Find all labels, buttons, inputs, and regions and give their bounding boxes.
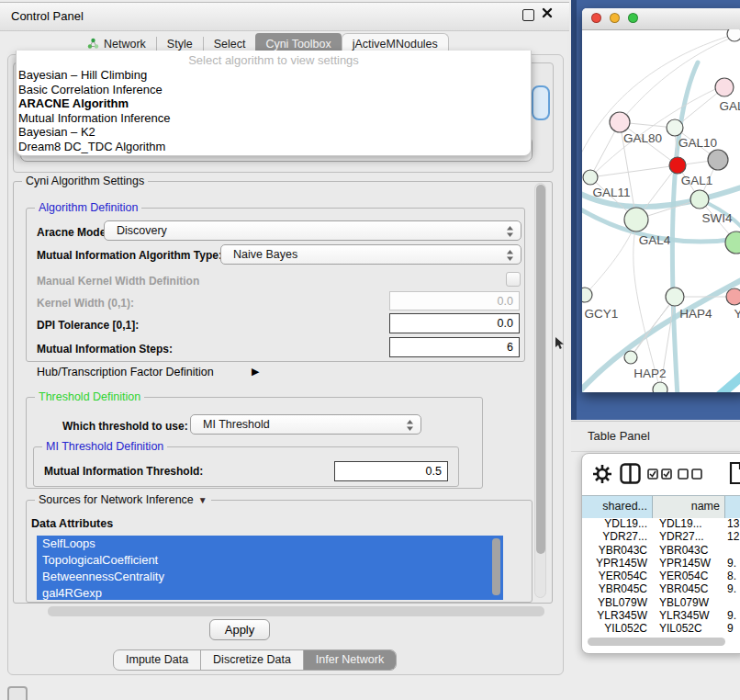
network-icon (87, 38, 99, 50)
node-label: GAL4 (639, 233, 671, 247)
network-window-titlebar[interactable] (582, 8, 740, 30)
table-row[interactable]: YPR145WYPR145W9. (582, 557, 740, 570)
network-node[interactable] (669, 157, 686, 174)
application-root: Control Panel NetworkStyleSelectCyni Too… (0, 0, 740, 700)
mi-algorithm-type-value: Naive Bayes (233, 248, 297, 261)
threshold-definition-title: Threshold Definition (35, 390, 144, 403)
table-cell: YBR043C (582, 544, 653, 557)
aracne-mode-select[interactable]: Discovery (104, 220, 521, 241)
table-panel-title: Table Panel (588, 429, 650, 443)
minimize-traffic-light-icon[interactable] (610, 13, 620, 23)
focused-stepper[interactable] (532, 85, 550, 120)
sources-title-row[interactable]: Sources for Network Inference▼ (35, 493, 211, 506)
table-cell (725, 596, 740, 609)
network-node[interactable] (708, 150, 728, 170)
horizontal-scrollbar-thumb[interactable] (48, 606, 544, 616)
table-cell: 9. (725, 582, 740, 595)
network-node[interactable] (690, 190, 709, 209)
algorithm-option[interactable]: Bayesian – K2 (17, 125, 531, 140)
apply-button[interactable]: Apply (209, 619, 270, 640)
table-cell: YLR345W (582, 609, 653, 622)
tab-label: Style (167, 38, 193, 51)
close-traffic-light-icon[interactable] (591, 13, 601, 23)
which-threshold-select[interactable]: MI Threshold (190, 414, 421, 435)
network-node[interactable] (726, 288, 740, 305)
algorithm-placeholder: Select algorithm to view settings (17, 51, 531, 68)
network-node[interactable] (653, 382, 667, 392)
stepper-icon (406, 419, 414, 432)
table-cell: YBL079W (653, 596, 725, 609)
bottom-tab-impute-data[interactable]: Impute Data (114, 650, 201, 670)
network-window: GALGAL80GAL10GAL1GAL11SWI4GAL4GCY1HAP4YH… (582, 8, 740, 392)
table-row[interactable]: YLR345WYLR345W9. (582, 609, 740, 622)
zoom-traffic-light-icon[interactable] (628, 13, 638, 23)
hub-definition-toggle[interactable]: Hub/Transcription Factor Definition (37, 366, 214, 378)
network-node[interactable] (582, 288, 592, 302)
mi-threshold-input[interactable]: 0.5 (334, 461, 448, 481)
network-node[interactable] (667, 119, 683, 136)
table-hscrollbar-thumb[interactable] (588, 638, 725, 646)
column-header[interactable]: name (653, 496, 725, 518)
kernel-width-label: Kernel Width (0,1): (37, 297, 134, 310)
collapsed-arrow-icon[interactable]: ▶ (252, 366, 259, 378)
network-view[interactable]: GALGAL80GAL10GAL1GAL11SWI4GAL4GCY1HAP4YH… (582, 29, 740, 392)
checked-boxes-icon[interactable] (647, 469, 673, 480)
attribute-item[interactable]: gal4RGexp (37, 585, 503, 600)
mi-steps-label: Mutual Information Steps: (37, 343, 173, 356)
column-header[interactable] (725, 496, 740, 518)
attributes-scrollbar-thumb[interactable] (492, 538, 500, 595)
attribute-item[interactable]: TopologicalCoefficient (37, 552, 503, 569)
node-label: GAL11 (592, 186, 630, 199)
mi-algorithm-type-label: Mutual Information Algorithm Type: (37, 249, 222, 262)
bottom-tab-infer-network[interactable]: Infer Network (304, 650, 396, 670)
network-node[interactable] (666, 288, 684, 306)
algorithm-option[interactable]: ARACNE Algorithm (17, 96, 531, 111)
gear-icon[interactable] (590, 462, 614, 486)
node-label: GCY1 (585, 307, 619, 321)
network-node[interactable] (610, 112, 630, 132)
aracne-mode-label: Aracne Mode: (37, 226, 109, 239)
close-icon[interactable] (542, 7, 553, 18)
unchecked-boxes-icon[interactable] (678, 469, 703, 480)
table-cell: YER054C (653, 570, 725, 582)
control-panel-titlebar: Control Panel (0, 2, 569, 31)
table-row[interactable]: YER054CYER054C8. (582, 570, 740, 582)
table-row[interactable]: YDL19...YDL19...13 (582, 517, 740, 530)
mi-steps-input[interactable]: 6 (389, 337, 520, 357)
attribute-item[interactable]: SelfLoops (37, 536, 503, 552)
table-cell: YBR043C (653, 544, 725, 557)
network-node[interactable] (624, 351, 637, 364)
table-body: YDL19...YDL19...13YDR27...YDR27...12YBR0… (582, 517, 740, 635)
table-cell: YDR27... (653, 530, 725, 543)
network-node[interactable] (725, 231, 740, 254)
table-cell: YBR045C (582, 582, 653, 595)
dpi-tolerance-input[interactable]: 0.0 (389, 313, 520, 333)
split-column-icon[interactable] (620, 463, 641, 484)
network-node[interactable] (715, 78, 734, 96)
attribute-item[interactable]: BetweennessCentrality (37, 569, 503, 585)
table-row[interactable]: YBL079WYBL079W (582, 596, 740, 609)
table-row[interactable]: YBR043CYBR043C (582, 544, 740, 557)
minimized-panel-chip[interactable] (7, 686, 28, 700)
table-row[interactable]: YIL052CYIL052C9 (582, 622, 740, 635)
table-row[interactable]: YDR27...YDR27...12 (582, 530, 740, 543)
network-node[interactable] (583, 170, 598, 185)
float-icon[interactable] (522, 9, 534, 21)
settings-scrollbar-thumb[interactable] (536, 185, 545, 554)
bottom-tab-discretize-data[interactable]: Discretize Data (201, 650, 304, 670)
mi-algorithm-type-select[interactable]: Naive Bayes (220, 244, 521, 265)
algorithm-option[interactable]: Mutual Information Inference (17, 111, 531, 126)
manual-kernel-checkbox[interactable] (506, 272, 521, 287)
page-icon[interactable] (729, 461, 740, 485)
algorithm-option[interactable]: Bayesian – Hill Climbing (17, 68, 531, 83)
algorithm-option[interactable]: Dream8 DC_TDC Algorithm (17, 140, 531, 154)
kernel-width-input[interactable]: 0.0 (389, 291, 520, 310)
data-attributes-list[interactable]: SelfLoopsTopologicalCoefficientBetweenne… (37, 536, 503, 600)
manual-kernel-label: Manual Kernel Width Definition (37, 275, 199, 288)
table-row[interactable]: YBR045CYBR045C9. (582, 582, 740, 595)
node-label: GAL (719, 99, 740, 113)
column-header[interactable]: shared... (582, 496, 653, 518)
network-node[interactable] (727, 29, 740, 41)
algorithm-option[interactable]: Basic Correlation Inference (17, 83, 531, 97)
network-node[interactable] (624, 208, 648, 231)
